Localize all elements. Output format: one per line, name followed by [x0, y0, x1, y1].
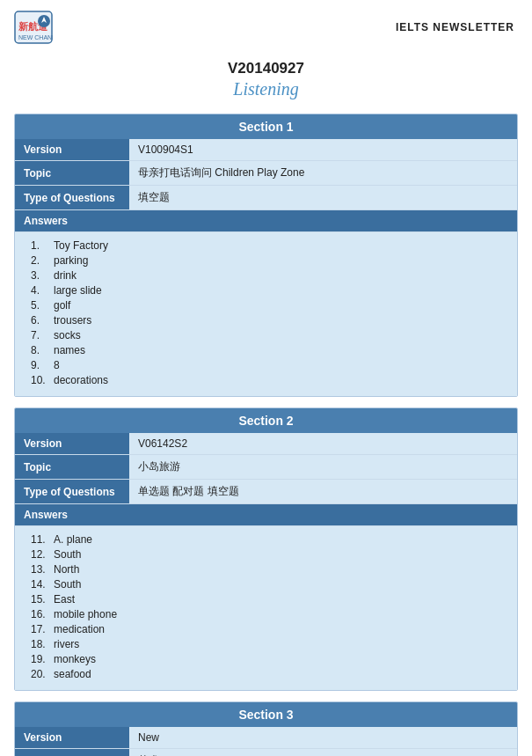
- answer-text: large slide: [54, 284, 102, 297]
- answer-text: drink: [54, 269, 77, 282]
- answer-text: trousers: [54, 314, 91, 327]
- list-item: 13.North: [31, 561, 508, 576]
- answer-number: 13.: [31, 563, 48, 576]
- list-item: 18.rivers: [31, 636, 508, 651]
- section-2-topic-row: Topic 小岛旅游: [15, 455, 517, 480]
- topic-label: Topic: [15, 749, 129, 756]
- section-2-header: Section 2: [15, 408, 517, 433]
- version-value: V100904S1: [129, 139, 517, 160]
- answer-number: 4.: [31, 284, 48, 297]
- list-item: 6.trousers: [31, 312, 508, 327]
- answer-number: 10.: [31, 374, 48, 386]
- answer-number: 5.: [31, 299, 48, 312]
- list-item: 19.monkeys: [31, 651, 508, 666]
- answer-text: South: [54, 548, 81, 561]
- answer-number: 17.: [31, 623, 48, 635]
- answer-number: 18.: [31, 638, 48, 650]
- answer-number: 8.: [31, 344, 48, 356]
- answer-number: 15.: [31, 593, 48, 606]
- answer-number: 9.: [31, 359, 48, 371]
- section-2: Section 2 Version V06142S2 Topic 小岛旅游 Ty…: [14, 407, 518, 691]
- section-2-answers-body: 11.A. plane12.South13.North14.South15.Ea…: [15, 526, 517, 690]
- answer-number: 1.: [31, 239, 48, 252]
- title-code: V20140927: [0, 60, 532, 77]
- answer-text: decorations: [54, 374, 108, 386]
- answer-number: 2.: [31, 254, 48, 267]
- questions-value: 单选题 配对题 填空题: [129, 480, 517, 503]
- topic-label: Topic: [15, 161, 129, 185]
- topic-value: 艺术: [129, 749, 517, 756]
- answer-number: 7.: [31, 329, 48, 341]
- logo: 新航道 NEW CHANNEL: [14, 11, 58, 44]
- title-subtitle: Listening: [0, 79, 532, 99]
- list-item: 12.South: [31, 547, 508, 561]
- page-header: 新航道 NEW CHANNEL IELTS NEWSLETTER: [0, 0, 532, 51]
- topic-value: 母亲打电话询问 Children Play Zone: [129, 161, 517, 185]
- answer-text: mobile phone: [54, 608, 117, 620]
- answer-number: 16.: [31, 608, 48, 620]
- section-1-questions-row: Type of Questions 填空题: [15, 186, 517, 210]
- logo-icon: 新航道 NEW CHANNEL: [14, 11, 53, 44]
- answer-number: 3.: [31, 269, 48, 282]
- list-item: 15.East: [31, 591, 508, 606]
- answer-text: 8: [54, 359, 60, 371]
- list-item: 11.A. plane: [31, 532, 508, 547]
- section-3-topic-row: Topic 艺术: [15, 749, 517, 756]
- version-value: New: [129, 727, 517, 748]
- section-3: Section 3 Version New Topic 艺术 Type of Q…: [14, 701, 518, 756]
- svg-text:NEW CHANNEL: NEW CHANNEL: [18, 34, 53, 40]
- answer-text: medication: [54, 623, 105, 635]
- answer-text: seafood: [54, 668, 91, 680]
- section-3-header: Section 3: [15, 702, 517, 727]
- answer-number: 11.: [31, 533, 48, 546]
- newsletter-title: IELTS NEWSLETTER: [396, 21, 514, 33]
- section-1-topic-row: Topic 母亲打电话询问 Children Play Zone: [15, 161, 517, 186]
- list-item: 17.medication: [31, 621, 508, 636]
- answer-text: golf: [54, 299, 70, 312]
- answer-text: rivers: [54, 638, 79, 650]
- section-2-questions-row: Type of Questions 单选题 配对题 填空题: [15, 480, 517, 504]
- questions-label: Type of Questions: [15, 480, 129, 503]
- list-item: 9.8: [31, 357, 508, 372]
- answer-text: names: [54, 344, 85, 356]
- main-title-block: V20140927 Listening: [0, 51, 532, 103]
- section-3-version-row: Version New: [15, 727, 517, 749]
- sections-container: Section 1 Version V100904S1 Topic 母亲打电话询…: [0, 114, 532, 756]
- section-1-header: Section 1: [15, 114, 517, 139]
- answer-text: socks: [54, 329, 81, 341]
- list-item: 8.names: [31, 342, 508, 357]
- answer-text: Toy Factory: [54, 239, 108, 252]
- section-2-answers-label: Answers: [15, 504, 517, 526]
- list-item: 16.mobile phone: [31, 606, 508, 621]
- list-item: 7.socks: [31, 327, 508, 342]
- answer-number: 14.: [31, 578, 48, 591]
- version-value: V06142S2: [129, 433, 517, 454]
- list-item: 3.drink: [31, 268, 508, 283]
- answer-text: monkeys: [54, 653, 96, 665]
- answer-number: 20.: [31, 668, 48, 680]
- list-item: 5.golf: [31, 297, 508, 312]
- answer-text: South: [54, 578, 81, 591]
- topic-value: 小岛旅游: [129, 455, 517, 479]
- section-1-answers-body: 1.Toy Factory2.parking3.drink4.large sli…: [15, 232, 517, 396]
- answer-number: 6.: [31, 314, 48, 327]
- topic-label: Topic: [15, 455, 129, 479]
- section-1-version-row: Version V100904S1: [15, 139, 517, 161]
- answer-number: 19.: [31, 653, 48, 665]
- answer-text: North: [54, 563, 79, 576]
- list-item: 10.decorations: [31, 372, 508, 387]
- list-item: 2.parking: [31, 253, 508, 268]
- section-2-version-row: Version V06142S2: [15, 433, 517, 455]
- list-item: 20.seafood: [31, 666, 508, 681]
- answer-text: A. plane: [54, 533, 92, 546]
- version-label: Version: [15, 727, 129, 748]
- questions-label: Type of Questions: [15, 186, 129, 209]
- list-item: 14.South: [31, 576, 508, 591]
- list-item: 1.Toy Factory: [31, 238, 508, 253]
- section-1-answers-label: Answers: [15, 210, 517, 232]
- answer-number: 12.: [31, 548, 48, 561]
- answer-text: East: [54, 593, 75, 606]
- list-item: 4.large slide: [31, 283, 508, 297]
- version-label: Version: [15, 139, 129, 160]
- section-1: Section 1 Version V100904S1 Topic 母亲打电话询…: [14, 114, 518, 397]
